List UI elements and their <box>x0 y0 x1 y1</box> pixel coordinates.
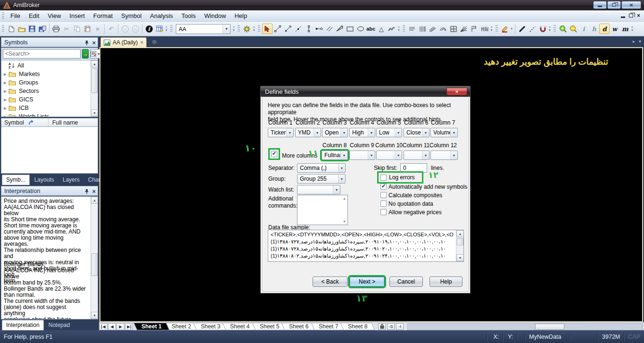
first-sheet-button[interactable]: ◀ <box>99 323 107 330</box>
expander-icon[interactable]: ▶ <box>4 81 8 85</box>
tab-list-icon[interactable]: ▾ <box>639 39 641 44</box>
interpretation-scrollbar[interactable]: ▲ ▼ <box>91 197 98 319</box>
paste-button[interactable] <box>82 24 92 34</box>
menu-edit[interactable]: Edit <box>25 10 43 21</box>
scroll-up-icon[interactable]: ▲ <box>91 197 98 204</box>
save-button[interactable] <box>27 24 37 34</box>
pencil-color-dropdown[interactable]: ▾ <box>511 27 513 30</box>
pin-icon[interactable] <box>84 189 89 194</box>
pitchfork-tool[interactable] <box>428 24 438 34</box>
scroll-down-icon[interactable]: ▼ <box>91 312 98 319</box>
tab-symbols[interactable]: Symb... <box>2 175 30 185</box>
skip-first-input[interactable] <box>400 163 427 173</box>
expander-icon[interactable]: ▶ <box>4 106 8 110</box>
copy-button[interactable] <box>72 24 82 34</box>
expander-icon[interactable]: ▶ <box>4 89 8 93</box>
toolbar-grip[interactable] <box>2 12 4 20</box>
horizontal-lines-tool[interactable] <box>407 24 417 34</box>
minimize-button[interactable] <box>593 1 607 9</box>
next-button[interactable]: Next > <box>349 276 385 287</box>
cut-button[interactable]: ✂ <box>61 24 72 34</box>
close-button[interactable]: × <box>621 1 641 9</box>
last-sheet-button[interactable]: ▶ <box>125 323 133 330</box>
scrollbar-thumb[interactable] <box>535 324 564 330</box>
tree-item-all[interactable]: AZ All <box>1 61 98 70</box>
info-button[interactable]: i <box>144 24 154 34</box>
menu-window[interactable]: Window <box>200 10 230 21</box>
scrollbar-thumb[interactable] <box>91 68 98 93</box>
symbol-list[interactable] <box>1 127 98 174</box>
horizontal-scrollbar[interactable] <box>407 323 643 330</box>
tab-notepad[interactable]: Notepad <box>45 320 74 330</box>
toolbar-overflow[interactable]: »▾ <box>549 26 551 32</box>
dotted-line-style-button[interactable] <box>527 24 537 34</box>
menu-help[interactable]: Help <box>230 10 251 21</box>
mdi-close-button[interactable]: × <box>637 12 640 19</box>
interval-weekly-button[interactable]: w <box>610 24 620 34</box>
more-columns-checkbox[interactable] <box>271 151 277 157</box>
toolbar-grip[interactable] <box>2 25 4 33</box>
search-go-button[interactable]: → <box>82 49 89 59</box>
quote-editor-button[interactable] <box>154 24 165 34</box>
parallel-lines-tool[interactable] <box>324 24 335 34</box>
menu-symbol[interactable]: Symbol <box>117 10 146 21</box>
column7-combobox[interactable]: Volume▼ <box>430 128 458 137</box>
toolbar-grip[interactable] <box>553 25 556 33</box>
pin-icon[interactable] <box>84 40 89 45</box>
allow-negative-checkbox[interactable] <box>380 209 387 215</box>
mdi-restore-button[interactable] <box>629 14 633 17</box>
no-quotation-checkbox[interactable] <box>380 201 387 207</box>
back-button[interactable]: ← <box>120 24 130 34</box>
magnet-button[interactable] <box>537 24 548 34</box>
symbol-combobox[interactable]: AA ▼ <box>176 24 231 34</box>
tree-item-icb[interactable]: ▶ ICB <box>1 104 98 112</box>
scroll-down-icon[interactable]: ▼ <box>456 254 464 261</box>
menu-view[interactable]: View <box>43 10 65 21</box>
auto-add-symbols-checkbox[interactable] <box>380 184 387 190</box>
tab-layers[interactable]: Layers <box>59 175 83 185</box>
open-file-button[interactable] <box>17 24 27 34</box>
tree-item-watchlists[interactable]: ▶ Watch Lists <box>1 112 98 117</box>
column4-combobox[interactable]: High▼ <box>349 128 375 137</box>
grid-tool[interactable] <box>448 24 459 34</box>
menu-file[interactable]: File <box>6 10 25 21</box>
column1-combobox[interactable]: Ticker▼ <box>268 128 294 137</box>
triangle-tool[interactable]: △ <box>376 24 387 34</box>
sheet-tab-8[interactable]: Sheet 8 <box>340 323 375 330</box>
toolbar-grip[interactable] <box>170 25 173 33</box>
rectangle-tool[interactable] <box>345 24 355 34</box>
close-icon[interactable]: × <box>92 39 96 46</box>
histogram-tool[interactable] <box>479 24 490 34</box>
delete-button[interactable]: × <box>92 24 103 34</box>
tab-layouts[interactable]: Layouts <box>31 175 58 185</box>
column11-combobox[interactable]: ▼ <box>404 151 429 160</box>
toolbar-overflow[interactable]: »▾ <box>165 26 167 32</box>
vertical-bars-tool[interactable] <box>417 24 428 34</box>
new-file-button[interactable] <box>6 24 17 34</box>
toolbar-grip[interactable] <box>238 25 240 33</box>
mdi-minimize-button[interactable] <box>621 17 625 18</box>
toolbar-overflow[interactable]: »▾ <box>491 26 493 32</box>
column9-combobox[interactable]: ▼ <box>349 151 375 160</box>
tree-item-markets[interactable]: ▶ Markets <box>1 70 98 78</box>
interval-intraday-button[interactable]: i <box>578 24 589 34</box>
chart-tab-aa-daily[interactable]: AA (Daily) × <box>100 37 147 47</box>
fibonacci-fan-tool[interactable] <box>335 24 345 34</box>
additional-commands-textarea[interactable]: ▲ ▼ <box>297 195 348 225</box>
horizontal-segment-tool[interactable] <box>314 24 324 34</box>
group-combobox[interactable]: Group 255▼ <box>297 174 346 184</box>
dialog-close-button[interactable]: × <box>446 88 467 95</box>
flag-tool[interactable] <box>469 24 479 34</box>
column3-combobox[interactable]: Open▼ <box>322 128 348 137</box>
toolbar-overflow[interactable]: »▾ <box>233 26 235 32</box>
help-button[interactable]: Help <box>429 276 462 287</box>
menu-format[interactable]: Format <box>89 10 117 21</box>
fan-lines-tool[interactable] <box>459 24 469 34</box>
interval-monthly-button[interactable]: m <box>620 24 630 34</box>
toolbar-grip[interactable] <box>495 25 498 33</box>
cancel-button[interactable]: Cancel <box>389 276 423 287</box>
expander-icon[interactable]: ▶ <box>4 115 8 117</box>
next-sheet-button[interactable]: ▶ <box>116 323 124 330</box>
dialog-title-bar[interactable]: Define fields <box>261 86 470 97</box>
column8-combobox[interactable]: Fullnan▼ <box>322 151 348 160</box>
